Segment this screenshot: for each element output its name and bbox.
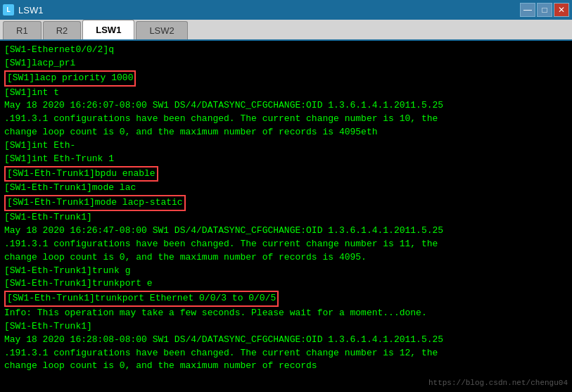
terminal-line: [SW1-Eth-Trunk1]	[4, 211, 568, 225]
close-button[interactable]: ✕	[554, 3, 569, 17]
terminal-line: [SW1]lacp priority 1000	[4, 70, 568, 87]
terminal-line: [SW1-Eth-Trunk1]trunk g	[4, 265, 568, 278]
terminal-line: [SW1]lacp_pri	[4, 57, 568, 70]
terminal-line: [SW1-Eth-Trunk1]mode lacp-static	[4, 195, 568, 211]
minimize-button[interactable]: —	[520, 3, 535, 17]
terminal-line: .191.3.1 configurations have been change…	[4, 238, 568, 251]
title-bar-left: L LSW1	[3, 4, 43, 15]
maximize-button[interactable]: □	[537, 3, 552, 17]
terminal-line: [SW1]int t	[4, 87, 568, 100]
tab-lsw1[interactable]: LSW1	[82, 20, 134, 39]
terminal-line: [SW1-Eth-Trunk1]trunkport e	[4, 277, 568, 291]
terminal-line: change loop count is 0, and the maximum …	[4, 251, 568, 265]
terminal-line: [SW1]int Eth-	[4, 139, 568, 153]
terminal-line: [SW1]int Eth-Trunk 1	[4, 153, 568, 166]
tab-lsw2[interactable]: LSW2	[136, 21, 187, 39]
title-bar: L LSW1 — □ ✕	[0, 0, 572, 20]
watermark: https://blog.csdn.net/chengu04	[428, 378, 568, 389]
terminal-line: .191.3.1 configurations have been change…	[4, 113, 568, 126]
terminal-line: Info: This operation may take a few seco…	[4, 307, 568, 320]
terminal-area[interactable]: [SW1-Ethernet0/0/2]q[SW1]lacp_pri[SW1]la…	[0, 41, 572, 392]
terminal-line: May 18 2020 16:26:47-08:00 SW1 DS/4/DATA…	[4, 225, 568, 238]
terminal-line: .191.3.1 configurations have been change…	[4, 347, 568, 360]
window-title: LSW1	[18, 5, 43, 15]
terminal-line: May 18 2020 16:28:08-08:00 SW1 DS/4/DATA…	[4, 334, 568, 347]
terminal-line: May 18 2020 16:26:07-08:00 SW1 DS/4/DATA…	[4, 99, 568, 113]
terminal-line: [SW1-Eth-Trunk1]trunkport Ethernet 0/0/3…	[4, 291, 568, 307]
tab-bar: R1 R2 LSW1 LSW2	[0, 20, 572, 41]
tab-r1[interactable]: R1	[3, 21, 42, 39]
terminal-line: [SW1-Eth-Trunk1]mode lac	[4, 182, 568, 195]
terminal-line: [SW1-Ethernet0/0/2]q	[4, 44, 568, 57]
terminal-line: change loop count is 0, and the maximum …	[4, 126, 568, 139]
window-controls: — □ ✕	[520, 3, 569, 17]
terminal-line: [SW1-Eth-Trunk1]bpdu enable	[4, 166, 568, 182]
tab-r2[interactable]: R2	[43, 21, 82, 39]
terminal-line: [SW1-Eth-Trunk1]	[4, 320, 568, 334]
terminal-line: change loop count is 0, and the maximum …	[4, 360, 568, 373]
app-icon: L	[3, 4, 14, 15]
